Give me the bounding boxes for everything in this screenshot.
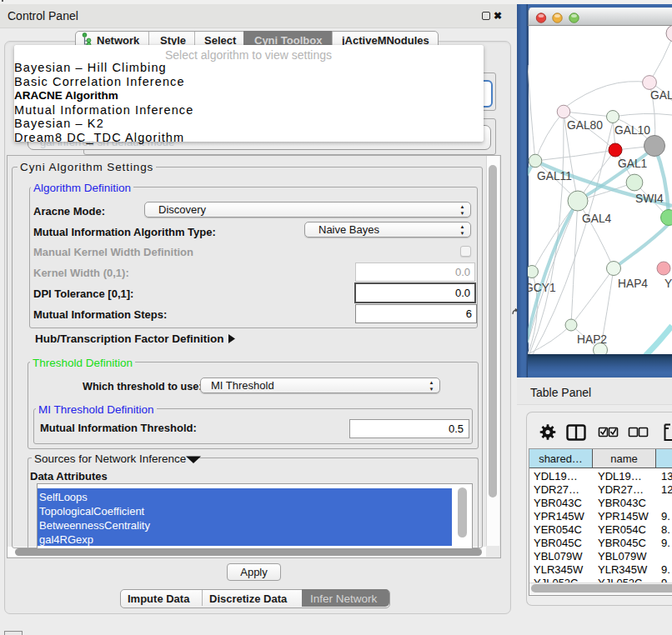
svg-text:SWI4: SWI4	[635, 192, 664, 205]
svg-text:GCY1: GCY1	[528, 282, 556, 294]
svg-text:GAL10: GAL10	[614, 124, 650, 137]
svg-text:GAL4: GAL4	[582, 212, 612, 225]
svg-text:HAP4: HAP4	[618, 278, 648, 290]
svg-text:GAL: GAL	[650, 89, 672, 102]
svg-text:Y: Y	[664, 278, 672, 290]
svg-text:GAL11: GAL11	[537, 170, 572, 182]
svg-text:HAP2: HAP2	[577, 333, 607, 346]
svg-text:GAL80: GAL80	[567, 119, 603, 132]
svg-text:GAL1: GAL1	[618, 158, 647, 170]
